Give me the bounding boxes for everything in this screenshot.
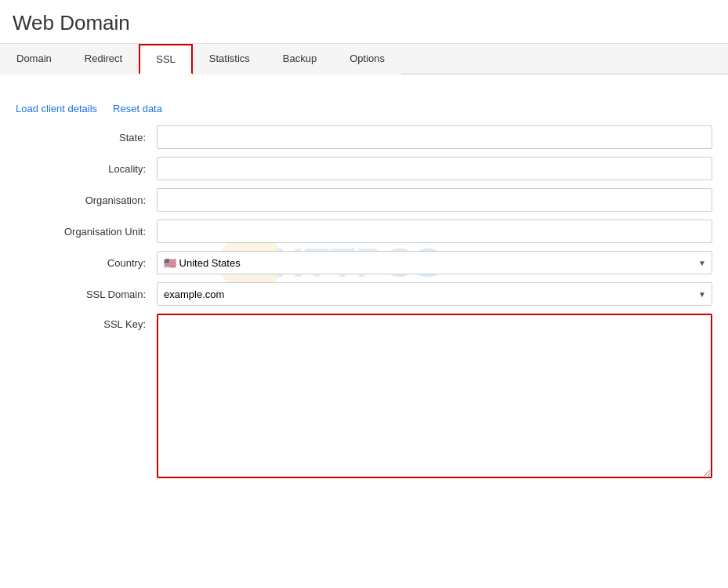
- reset-data-link[interactable]: Reset data: [113, 103, 162, 114]
- page-title: Web Domain: [13, 11, 715, 35]
- locality-label: Locality:: [16, 163, 157, 175]
- load-client-details-link[interactable]: Load client details: [16, 103, 97, 114]
- tab-backup[interactable]: Backup: [266, 44, 333, 74]
- locality-input[interactable]: [157, 157, 712, 180]
- content-area: ✔ HTTPCS Load client details Reset data …: [0, 74, 728, 502]
- country-label: Country:: [16, 257, 157, 269]
- ssl-domain-select[interactable]: example.com www.example.com: [157, 282, 712, 306]
- organisation-row: Organisation:: [16, 188, 712, 212]
- tab-domain[interactable]: Domain: [0, 44, 68, 74]
- state-input[interactable]: [157, 125, 712, 149]
- country-select-wrapper: 🇺🇸 United States 🇬🇧 United Kingdom 🇨🇦 Ca…: [157, 251, 712, 274]
- locality-row: Locality:: [16, 157, 712, 180]
- ssl-domain-label: SSL Domain:: [16, 289, 157, 300]
- tab-options[interactable]: Options: [333, 44, 401, 74]
- ssl-key-textarea[interactable]: [157, 314, 712, 478]
- state-label: State:: [16, 132, 157, 143]
- tab-statistics[interactable]: Statistics: [193, 44, 266, 74]
- ssl-key-row: SSL Key:: [16, 314, 712, 478]
- tab-redirect[interactable]: Redirect: [68, 44, 139, 74]
- ssl-key-label: SSL Key:: [16, 314, 157, 330]
- country-select[interactable]: 🇺🇸 United States 🇬🇧 United Kingdom 🇨🇦 Ca…: [157, 251, 712, 274]
- organisation-input[interactable]: [157, 188, 712, 212]
- ssl-domain-row: SSL Domain: example.com www.example.com: [16, 282, 712, 306]
- ssl-domain-select-wrapper: example.com www.example.com: [157, 282, 712, 306]
- state-row: State:: [16, 125, 712, 149]
- organisation-label: Organisation:: [16, 194, 157, 206]
- country-row: Country: 🇺🇸 United States 🇬🇧 United King…: [16, 251, 712, 274]
- ssl-form: State: Locality: Organisation: Organisat…: [0, 125, 728, 478]
- organisation-unit-label: Organisation Unit:: [16, 226, 157, 238]
- tab-ssl[interactable]: SSL: [139, 44, 193, 74]
- tabs-bar: Domain Redirect SSL Statistics Backup Op…: [0, 44, 728, 74]
- organisation-unit-input[interactable]: [157, 220, 712, 243]
- organisation-unit-row: Organisation Unit:: [16, 220, 712, 243]
- action-links: Load client details Reset data: [0, 103, 728, 125]
